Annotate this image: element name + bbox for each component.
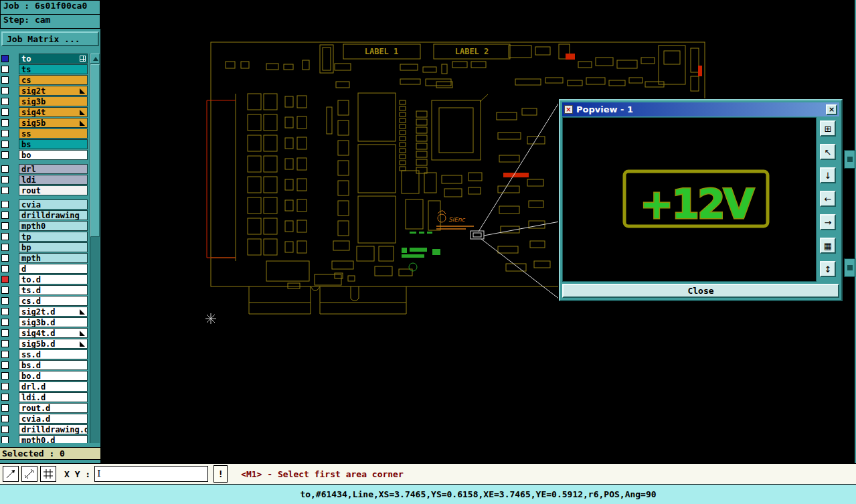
layer-name[interactable]: cs.d xyxy=(19,296,88,306)
layer-name[interactable]: cvia xyxy=(19,199,88,209)
layer-name[interactable]: sig3b.d xyxy=(19,317,88,327)
layer-row[interactable]: sig2t.d xyxy=(0,307,90,317)
layer-name[interactable]: bo.d xyxy=(19,371,88,381)
layer-name[interactable]: rout xyxy=(19,185,88,195)
layer-row[interactable]: sig3b xyxy=(0,96,90,106)
layer-row[interactable]: drl.d xyxy=(0,382,90,392)
layer-row[interactable]: tp xyxy=(0,232,90,242)
layer-visibility-checkbox[interactable] xyxy=(1,436,9,443)
layer-row[interactable]: ts.d xyxy=(0,285,90,295)
zoom-grid-icon[interactable]: ▦ xyxy=(820,238,836,254)
layer-row[interactable]: cs.d xyxy=(0,296,90,306)
layer-visibility-checkbox[interactable] xyxy=(1,141,9,148)
layer-visibility-checkbox[interactable] xyxy=(1,297,9,305)
layer-name[interactable]: sig3b xyxy=(19,96,88,106)
layer-row[interactable]: bp xyxy=(0,242,90,252)
layer-visibility-checkbox[interactable] xyxy=(1,404,9,412)
layer-list-scrollbar[interactable] xyxy=(90,54,100,443)
layer-name[interactable]: drl.d xyxy=(19,382,88,392)
layer-row[interactable]: d xyxy=(0,264,90,274)
layer-name[interactable]: sig5b xyxy=(19,118,88,128)
layer-visibility-checkbox[interactable] xyxy=(1,201,9,208)
layer-visibility-checkbox[interactable] xyxy=(1,340,9,347)
layer-row[interactable]: ss.d xyxy=(0,349,90,359)
layer-name[interactable]: rout.d xyxy=(19,403,88,413)
layer-row[interactable]: bs xyxy=(0,139,90,149)
layer-visibility-checkbox[interactable] xyxy=(1,329,9,337)
layer-visibility-checkbox[interactable] xyxy=(1,361,9,369)
pan-up-left-icon[interactable]: ↖ xyxy=(820,144,836,160)
line-select-tool-button[interactable] xyxy=(3,466,19,482)
layer-name[interactable]: drl xyxy=(19,164,88,174)
layer-name[interactable]: ldi.d xyxy=(19,392,88,402)
layer-name[interactable]: mpth0 xyxy=(19,221,88,231)
canvas-scroll-up-button[interactable] xyxy=(844,150,855,169)
layer-visibility-checkbox[interactable] xyxy=(1,187,9,194)
layer-name[interactable]: bs xyxy=(19,139,88,149)
layer-row[interactable]: mpth xyxy=(0,253,90,263)
canvas-scroll-down-button[interactable] xyxy=(844,258,855,277)
layer-name[interactable]: bp xyxy=(19,242,88,252)
zoom-window-icon[interactable]: ⊞ xyxy=(820,120,836,137)
pan-right-icon[interactable]: → xyxy=(820,214,836,230)
scroll-up-arrow-icon[interactable] xyxy=(90,54,100,64)
scrollbar-thumb[interactable] xyxy=(90,64,100,237)
layer-name[interactable]: sig4t.d xyxy=(19,328,88,338)
layer-name[interactable]: sig2t xyxy=(19,86,88,96)
layer-visibility-checkbox[interactable] xyxy=(1,222,9,230)
layer-name[interactable]: mpth xyxy=(19,253,88,263)
layer-visibility-checkbox[interactable] xyxy=(1,254,9,262)
layer-visibility-checkbox[interactable] xyxy=(1,319,9,326)
layer-row[interactable]: cvia xyxy=(0,199,90,209)
layer-row[interactable]: sig2t xyxy=(0,86,90,96)
layer-row[interactable]: bo xyxy=(0,150,90,160)
layer-name[interactable]: cs xyxy=(19,75,88,85)
layer-visibility-checkbox[interactable] xyxy=(1,276,9,283)
layer-visibility-checkbox[interactable] xyxy=(1,286,9,294)
layer-name[interactable]: sig4t xyxy=(19,107,88,117)
pan-down-icon[interactable]: ↓ xyxy=(820,167,836,183)
layer-row[interactable]: drilldrawing xyxy=(0,210,90,220)
layer-visibility-checkbox[interactable] xyxy=(1,108,9,116)
layer-visibility-checkbox[interactable] xyxy=(1,119,9,127)
layer-visibility-checkbox[interactable] xyxy=(1,130,9,137)
layer-visibility-checkbox[interactable] xyxy=(1,151,9,159)
layer-name[interactable]: ss.d xyxy=(19,349,88,359)
layer-name[interactable]: ts xyxy=(19,64,88,74)
layer-visibility-checkbox[interactable] xyxy=(1,55,9,62)
layer-name[interactable]: drilldrawing.d xyxy=(19,424,88,434)
layer-row[interactable]: sig4t xyxy=(0,107,90,117)
layer-name[interactable]: sig2t.d xyxy=(19,307,88,317)
job-matrix-button[interactable]: Job Matrix ... xyxy=(1,31,99,46)
layer-name[interactable]: d xyxy=(19,264,88,274)
popview-canvas[interactable]: +12V xyxy=(562,117,817,282)
layer-visibility-checkbox[interactable] xyxy=(1,308,9,315)
layer-name[interactable]: bo xyxy=(19,150,88,160)
popview-window[interactable]: × Popview - 1 × +12V ⊞↖↓←→▦↕ Close xyxy=(559,99,843,301)
layer-visibility-checkbox[interactable] xyxy=(1,176,9,183)
layer-row[interactable]: bo.d xyxy=(0,371,90,381)
layer-visibility-checkbox[interactable] xyxy=(1,233,9,240)
layer-visibility-checkbox[interactable] xyxy=(1,426,9,433)
layer-row[interactable]: ss xyxy=(0,129,90,139)
layer-name[interactable]: ldi xyxy=(19,175,88,185)
alert-button[interactable]: ! xyxy=(213,465,228,483)
layer-visibility-checkbox[interactable] xyxy=(1,415,9,422)
xy-coordinate-input[interactable]: I xyxy=(94,466,208,482)
layer-name[interactable]: drilldrawing xyxy=(19,210,88,220)
layer-visibility-checkbox[interactable] xyxy=(1,76,9,84)
popview-titlebar[interactable]: × Popview - 1 × xyxy=(562,102,839,116)
layer-row[interactable]: mpth0 xyxy=(0,221,90,231)
layer-visibility-checkbox[interactable] xyxy=(1,87,9,94)
layer-row[interactable]: bs.d xyxy=(0,360,90,370)
layer-row[interactable]: ldi xyxy=(0,175,90,185)
layer-name[interactable]: ts.d xyxy=(19,285,88,295)
layer-name[interactable]: tp xyxy=(19,232,88,242)
layer-row[interactable]: sig5b.d xyxy=(0,339,90,349)
layer-row[interactable]: drilldrawing.d xyxy=(0,424,90,434)
layer-name[interactable]: sig5b.d xyxy=(19,339,88,349)
layer-visibility-checkbox[interactable] xyxy=(1,351,9,358)
layer-row[interactable]: sig4t.d xyxy=(0,328,90,338)
layer-row[interactable]: rout.d xyxy=(0,403,90,413)
layer-row[interactable]: to xyxy=(0,54,90,64)
